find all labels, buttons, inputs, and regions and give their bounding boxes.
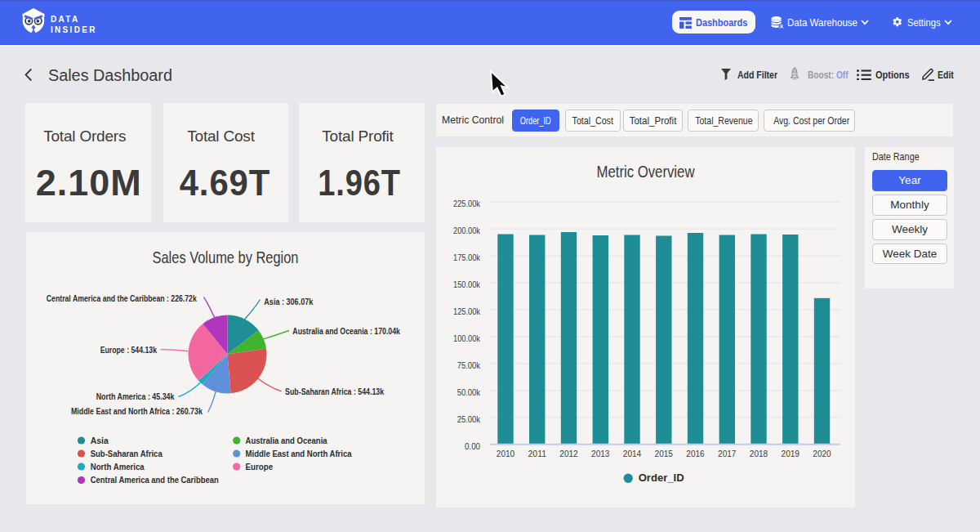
svg-text:Europe : 544.13k: Europe : 544.13k: [100, 345, 158, 355]
svg-text:2015: 2015: [655, 449, 674, 458]
svg-text:Middle East and North Africa :: Middle East and North Africa : 260.73k: [71, 406, 203, 416]
svg-text:2019: 2019: [782, 449, 800, 458]
svg-text:Australia and Oceania: Australia and Oceania: [246, 436, 328, 445]
svg-text:50.00k: 50.00k: [457, 388, 481, 397]
svg-text:100.00k: 100.00k: [453, 334, 481, 343]
svg-text:North America: North America: [91, 462, 145, 472]
svg-text:0.00: 0.00: [465, 442, 480, 451]
svg-text:125.00k: 125.00k: [453, 307, 481, 316]
svg-text:2014: 2014: [623, 449, 642, 458]
svg-text:150.00k: 150.00k: [453, 280, 481, 289]
svg-text:75.00k: 75.00k: [457, 361, 481, 370]
svg-text:2011: 2011: [528, 449, 547, 458]
svg-text:Europe: Europe: [246, 462, 274, 472]
svg-text:225.00k: 225.00k: [453, 199, 481, 208]
svg-text:175.00k: 175.00k: [453, 253, 481, 262]
svg-text:Central America and the Caribb: Central America and the Caribbean: [91, 475, 219, 485]
svg-text:2010: 2010: [497, 449, 515, 458]
svg-text:Sub-Saharan Africa: Sub-Saharan Africa: [91, 449, 163, 458]
svg-text:Australia and Oceania : 170.04: Australia and Oceania : 170.04k: [292, 326, 400, 336]
svg-text:Asia: Asia: [91, 436, 109, 445]
svg-text:2016: 2016: [686, 449, 705, 458]
svg-text:Middle East and North Africa: Middle East and North Africa: [246, 449, 353, 458]
svg-text:North America : 45.34k: North America : 45.34k: [96, 391, 176, 401]
svg-text:2020: 2020: [813, 449, 831, 458]
svg-text:2012: 2012: [559, 449, 578, 458]
svg-text:200.00k: 200.00k: [453, 226, 481, 235]
svg-text:25.00k: 25.00k: [457, 415, 481, 424]
svg-text:2013: 2013: [591, 449, 610, 458]
svg-text:Asia : 306.07k: Asia : 306.07k: [264, 297, 314, 306]
svg-text:2017: 2017: [718, 449, 737, 458]
svg-text:Order_ID: Order_ID: [639, 472, 684, 484]
svg-text:2018: 2018: [750, 449, 768, 458]
svg-text:Sub-Saharan Africa : 544.13k: Sub-Saharan Africa : 544.13k: [285, 387, 385, 396]
svg-text:Central America and the Caribb: Central America and the Caribbean : 226.…: [47, 293, 198, 303]
